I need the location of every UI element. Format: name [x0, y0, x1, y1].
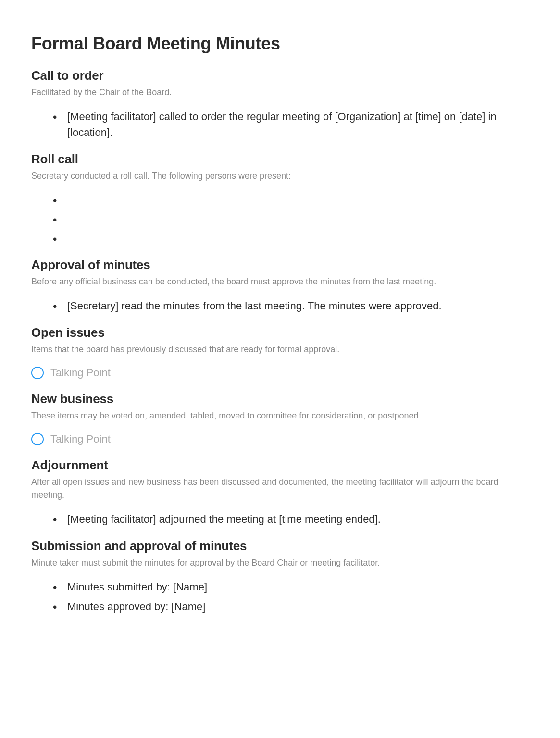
circle-icon [31, 433, 44, 445]
subtitle-approval: Before any official business can be cond… [31, 275, 529, 288]
list-item[interactable]: [Secretary] read the minutes from the la… [53, 296, 529, 316]
list-roll-call [31, 190, 529, 248]
talking-point-new-business[interactable]: Talking Point [31, 430, 529, 448]
heading-new-business: New business [31, 392, 529, 406]
list-submission: Minutes submitted by: [Name] Minutes app… [31, 577, 529, 616]
list-item[interactable]: [Meeting facilitator] adjourned the meet… [53, 509, 529, 529]
list-item[interactable] [53, 209, 529, 229]
heading-call-to-order: Call to order [31, 68, 529, 83]
talking-point-label: Talking Point [50, 433, 111, 445]
list-approval: [Secretary] read the minutes from the la… [31, 296, 529, 316]
subtitle-call-to-order: Facilitated by the Chair of the Board. [31, 86, 529, 99]
list-item[interactable]: [Meeting facilitator] called to order th… [53, 107, 529, 142]
section-submission: Submission and approval of minutes Minut… [31, 539, 529, 616]
list-call-to-order: [Meeting facilitator] called to order th… [31, 107, 529, 142]
heading-adjournment: Adjournment [31, 458, 529, 473]
subtitle-open-issues: Items that the board has previously disc… [31, 343, 529, 356]
heading-approval: Approval of minutes [31, 258, 529, 272]
subtitle-roll-call: Secretary conducted a roll call. The fol… [31, 170, 529, 183]
document-title: Formal Board Meeting Minutes [31, 34, 529, 54]
heading-open-issues: Open issues [31, 325, 529, 340]
subtitle-new-business: These items may be voted on, amended, ta… [31, 409, 529, 422]
subtitle-submission: Minute taker must submit the minutes for… [31, 556, 529, 569]
heading-submission: Submission and approval of minutes [31, 539, 529, 554]
section-new-business: New business These items may be voted on… [31, 392, 529, 448]
list-item[interactable]: Minutes approved by: [Name] [53, 597, 529, 616]
talking-point-label: Talking Point [50, 367, 111, 379]
list-adjournment: [Meeting facilitator] adjourned the meet… [31, 509, 529, 529]
list-item[interactable]: Minutes submitted by: [Name] [53, 577, 529, 597]
section-open-issues: Open issues Items that the board has pre… [31, 325, 529, 382]
circle-icon [31, 367, 44, 379]
section-roll-call: Roll call Secretary conducted a roll cal… [31, 152, 529, 248]
list-item[interactable] [53, 190, 529, 209]
section-adjournment: Adjournment After all open issues and ne… [31, 458, 529, 529]
section-approval: Approval of minutes Before any official … [31, 258, 529, 316]
subtitle-adjournment: After all open issues and new business h… [31, 476, 529, 502]
list-item[interactable] [53, 229, 529, 248]
talking-point-open-issues[interactable]: Talking Point [31, 364, 529, 382]
heading-roll-call: Roll call [31, 152, 529, 167]
section-call-to-order: Call to order Facilitated by the Chair o… [31, 68, 529, 142]
